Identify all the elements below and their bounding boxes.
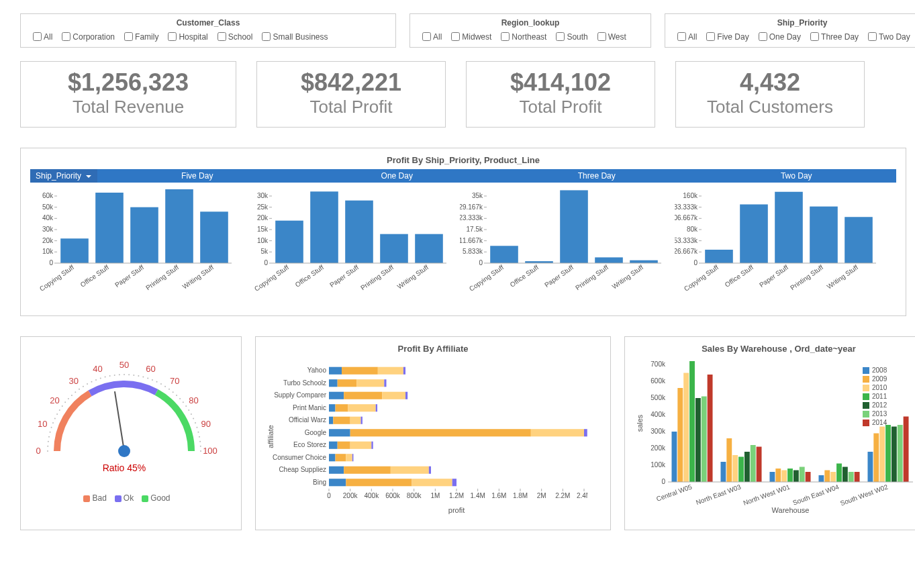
checkbox[interactable] (168, 32, 177, 41)
bar-segment[interactable] (329, 367, 342, 375)
bar-segment[interactable] (338, 379, 356, 387)
bar-segment[interactable] (452, 479, 456, 486)
bar-segment[interactable] (376, 404, 377, 411)
filter-option[interactable]: Corporation (59, 30, 115, 43)
bar[interactable] (775, 192, 803, 263)
checkbox[interactable] (33, 32, 42, 41)
bar-segment[interactable] (391, 467, 429, 474)
filter-option[interactable]: Small Business (259, 30, 328, 43)
bar[interactable] (705, 250, 733, 263)
bar[interactable] (800, 467, 805, 483)
bar-segment[interactable] (338, 442, 350, 449)
bar-segment[interactable] (371, 442, 373, 449)
bar-segment[interactable] (384, 379, 386, 387)
bar[interactable] (781, 471, 787, 483)
bar-segment[interactable] (344, 467, 391, 474)
checkbox[interactable] (501, 32, 510, 41)
bar-segment[interactable] (329, 442, 338, 449)
bar-segment[interactable] (342, 367, 378, 375)
bar[interactable] (702, 397, 707, 483)
filter-option[interactable]: West (595, 30, 626, 43)
filter-option[interactable]: All (420, 30, 442, 43)
bar[interactable] (720, 462, 726, 482)
checkbox[interactable] (759, 32, 767, 41)
bar[interactable] (818, 475, 824, 482)
bar-segment[interactable] (329, 417, 333, 424)
checkbox[interactable] (868, 32, 877, 41)
bar-segment[interactable] (329, 379, 338, 387)
bar[interactable] (836, 464, 842, 483)
bar-segment[interactable] (329, 454, 336, 461)
bar[interactable] (769, 472, 775, 482)
bar[interactable] (824, 471, 830, 483)
filter-option[interactable]: Midwest (448, 30, 491, 43)
bar-segment[interactable] (329, 467, 344, 474)
bar[interactable] (810, 207, 838, 263)
bar-segment[interactable] (403, 367, 405, 375)
bar-segment[interactable] (405, 392, 407, 399)
bar[interactable] (892, 427, 897, 483)
bar-segment[interactable] (382, 392, 405, 399)
bar-segment[interactable] (329, 479, 346, 486)
bar[interactable] (744, 452, 750, 482)
bar[interactable] (165, 189, 193, 263)
checkbox[interactable] (451, 32, 460, 41)
bar-segment[interactable] (329, 392, 344, 399)
bar-segment[interactable] (429, 467, 431, 474)
filter-option[interactable]: Hospital (165, 30, 207, 43)
bar-segment[interactable] (531, 429, 584, 436)
filter-option[interactable]: South (553, 30, 587, 43)
bar[interactable] (60, 238, 89, 263)
filter-option[interactable]: Three Day (808, 30, 859, 43)
bar[interactable] (873, 434, 879, 483)
bar[interactable] (415, 234, 443, 263)
bar[interactable] (560, 190, 588, 263)
bar[interactable] (787, 469, 793, 482)
checkbox[interactable] (124, 32, 133, 41)
bar[interactable] (708, 375, 713, 482)
bar[interactable] (757, 447, 762, 483)
bar[interactable] (671, 432, 677, 482)
bar[interactable] (345, 201, 373, 263)
bar-segment[interactable] (329, 429, 350, 436)
bar[interactable] (726, 438, 732, 482)
filter-option[interactable]: Five Day (704, 30, 749, 43)
bar-segment[interactable] (350, 417, 361, 424)
bar-segment[interactable] (350, 442, 372, 449)
bar-segment[interactable] (348, 404, 376, 411)
checkbox[interactable] (218, 32, 226, 41)
bar-segment[interactable] (361, 417, 363, 424)
checkbox[interactable] (556, 32, 565, 41)
checkbox[interactable] (62, 32, 70, 41)
legend-item[interactable]: Ok (115, 493, 134, 503)
checkbox[interactable] (597, 32, 606, 41)
bar[interactable] (793, 471, 799, 483)
bar[interactable] (867, 452, 873, 482)
bar[interactable] (595, 257, 623, 263)
bar-segment[interactable] (350, 429, 531, 436)
bar-segment[interactable] (336, 404, 348, 411)
bar[interactable] (885, 425, 891, 482)
bar[interactable] (732, 455, 738, 482)
bar[interactable] (830, 472, 836, 482)
bar[interactable] (849, 472, 854, 482)
bar[interactable] (95, 193, 124, 263)
bar[interactable] (751, 445, 756, 482)
bar[interactable] (695, 398, 701, 482)
bar-segment[interactable] (352, 454, 354, 461)
bar[interactable] (380, 234, 408, 263)
bar[interactable] (130, 207, 158, 263)
bar-segment[interactable] (344, 392, 382, 399)
bar[interactable] (845, 217, 873, 263)
bar-segment[interactable] (346, 479, 412, 486)
filter-option[interactable]: All (675, 30, 697, 43)
bar[interactable] (898, 425, 903, 482)
bar[interactable] (738, 457, 744, 483)
bar[interactable] (200, 211, 228, 263)
filter-option[interactable]: All (30, 30, 52, 43)
bar-segment[interactable] (333, 417, 350, 424)
bar[interactable] (677, 388, 683, 482)
bar-segment[interactable] (356, 379, 384, 387)
bar-segment[interactable] (584, 429, 587, 436)
bar-segment[interactable] (336, 454, 346, 461)
